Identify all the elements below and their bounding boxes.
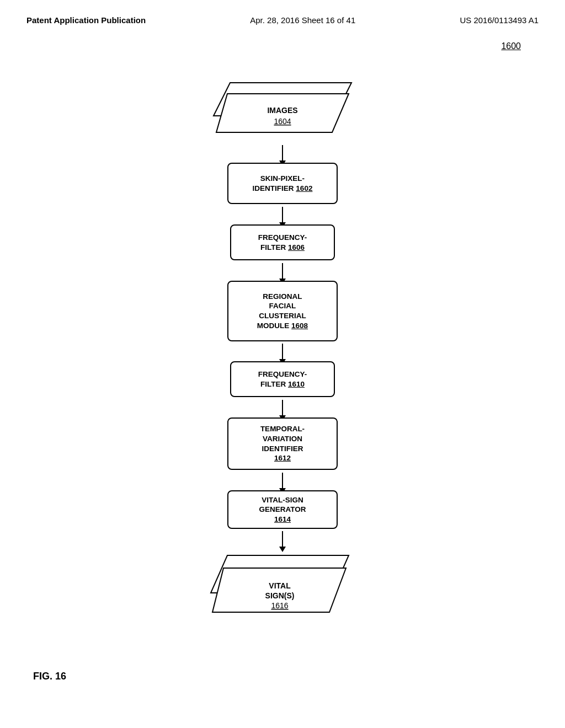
header-publication-label: Patent Application Publication xyxy=(26,15,146,25)
regional-facial-node: REGIONALFACIALCLUSTERIALMODULE 1608 xyxy=(227,281,338,341)
header-patent-number: US 2016/0113493 A1 xyxy=(460,15,539,25)
figure-label: FIG. 16 xyxy=(33,671,66,682)
temporal-variation-node: TEMPORAL-VARIATIONIDENTIFIER1612 xyxy=(227,417,338,470)
page-header: Patent Application Publication Apr. 28, … xyxy=(0,0,565,25)
images-node: IMAGES 1604 xyxy=(211,74,354,148)
svg-text:SIGN(S): SIGN(S) xyxy=(265,591,295,600)
svg-text:1616: 1616 xyxy=(271,601,288,610)
svg-text:IMAGES: IMAGES xyxy=(267,106,297,115)
vital-signs-node: VITAL SIGN(S) 1616 xyxy=(208,549,357,631)
svg-text:VITAL: VITAL xyxy=(269,581,291,590)
header-date-sheet: Apr. 28, 2016 Sheet 16 of 41 xyxy=(250,15,355,25)
vital-sign-gen-node: VITAL-SIGNGENERATOR1614 xyxy=(227,490,338,529)
svg-text:1604: 1604 xyxy=(274,117,291,126)
frequency-filter-2-node: FREQUENCY-FILTER 1610 xyxy=(230,361,335,397)
skin-pixel-node: SKIN-PIXEL-IDENTIFIER 1602 xyxy=(227,163,338,204)
diagram-area: 1600 IMAGES 1604 SKIN-PIXEL-IDENTIFIER 1… xyxy=(0,25,565,698)
main-ref-number: 1600 xyxy=(501,41,521,51)
frequency-filter-1-node: FREQUENCY-FILTER 1606 xyxy=(230,224,335,260)
